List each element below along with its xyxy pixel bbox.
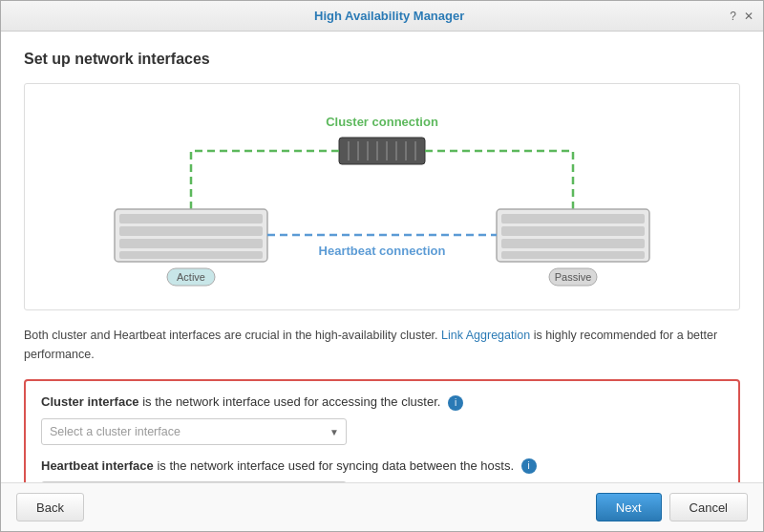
diagram-box: Cluster connection — [24, 83, 740, 310]
description-before-link: Both cluster and Heartbeat interfaces ar… — [24, 329, 441, 342]
cluster-interface-info-icon[interactable]: i — [448, 395, 463, 411]
svg-rect-13 — [119, 251, 263, 259]
cluster-interface-label: Cluster interface is the network interfa… — [41, 394, 723, 411]
heartbeat-interface-select[interactable]: Select a Hearbeat interface — [41, 481, 347, 482]
title-bar: High Availability Manager ? ✕ — [1, 1, 763, 32]
next-button[interactable]: Next — [596, 493, 662, 521]
heartbeat-interface-info-icon[interactable]: i — [521, 458, 537, 474]
heartbeat-interface-dropdown-wrapper: Select a Hearbeat interface ▼ — [41, 481, 347, 482]
svg-rect-10 — [119, 214, 263, 223]
svg-rect-17 — [501, 214, 645, 223]
cluster-interface-select[interactable]: Select a cluster interface — [41, 418, 347, 445]
svg-rect-12 — [119, 239, 263, 248]
window: High Availability Manager ? ✕ Set up net… — [0, 0, 764, 532]
help-button[interactable]: ? — [730, 10, 736, 23]
cluster-interface-bold: Cluster interface — [41, 394, 139, 409]
svg-rect-11 — [119, 226, 263, 236]
svg-rect-18 — [501, 226, 645, 236]
heartbeat-interface-bold: Heartbeat interface — [41, 458, 154, 473]
svg-text:Active: Active — [177, 271, 205, 283]
link-aggregation-link[interactable]: Link Aggregation — [441, 329, 530, 342]
interface-section: Cluster interface is the network interfa… — [24, 379, 740, 482]
footer: Back Next Cancel — [1, 482, 763, 531]
svg-text:Heartbeat connection: Heartbeat connection — [319, 244, 446, 258]
heartbeat-interface-rest: is the network interface used for syncin… — [154, 458, 514, 473]
description-text: Both cluster and Heartbeat interfaces ar… — [24, 326, 740, 364]
page-title: Set up network interfaces — [24, 51, 740, 68]
footer-left: Back — [16, 493, 84, 521]
cluster-interface-dropdown-wrapper: Select a cluster interface ▼ — [41, 418, 347, 445]
svg-rect-20 — [501, 251, 645, 259]
window-title: High Availability Manager — [49, 9, 730, 23]
cluster-interface-rest: is the network interface used for access… — [139, 394, 441, 409]
svg-rect-19 — [501, 239, 645, 248]
main-content: Set up network interfaces Cluster connec… — [1, 32, 763, 482]
svg-text:Passive: Passive — [555, 271, 592, 283]
heartbeat-interface-label: Heartbeat interface is the network inter… — [41, 458, 723, 475]
cancel-button[interactable]: Cancel — [669, 493, 748, 521]
footer-right: Next Cancel — [596, 493, 748, 521]
back-button[interactable]: Back — [16, 493, 84, 521]
title-bar-controls: ? ✕ — [730, 10, 753, 23]
close-button[interactable]: ✕ — [744, 10, 753, 23]
svg-rect-0 — [339, 138, 425, 164]
cluster-connection-label: Cluster connection — [326, 115, 438, 129]
diagram-svg: Cluster connection — [44, 99, 720, 290]
